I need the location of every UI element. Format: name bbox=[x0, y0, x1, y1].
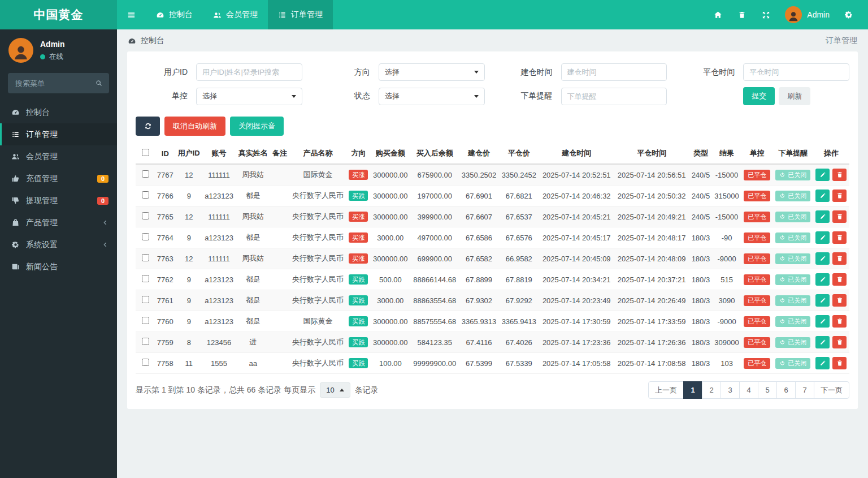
user-id-input[interactable] bbox=[196, 63, 302, 81]
home-button[interactable] bbox=[706, 0, 730, 29]
cell-open-price: 67.9302 bbox=[459, 290, 499, 311]
cell-id: 7765 bbox=[155, 206, 176, 227]
sidebar-search-input[interactable] bbox=[14, 79, 90, 88]
refresh-button[interactable]: 刷新 bbox=[779, 87, 810, 105]
edit-button[interactable] bbox=[815, 252, 830, 265]
delete-button[interactable] bbox=[832, 273, 847, 286]
notice-toggle-badge[interactable]: 已关闭 bbox=[775, 232, 810, 243]
table-row: 77649a123123都是央行数字人民币买涨3000.00497000.006… bbox=[136, 227, 849, 248]
sidebar-item-控制台[interactable]: 控制台 bbox=[0, 101, 117, 123]
sidebar-item-新闻公告[interactable]: 新闻公告 bbox=[0, 256, 117, 278]
sidebar-item-系统设置[interactable]: 系统设置 bbox=[0, 234, 117, 256]
notice-toggle-badge[interactable]: 已关闭 bbox=[775, 191, 810, 201]
topnav-item-label: 订单管理 bbox=[291, 10, 323, 20]
page-size-select[interactable]: 10 bbox=[320, 382, 350, 398]
notice-label: 已关闭 bbox=[788, 171, 806, 179]
user-menu[interactable]: Admin bbox=[778, 0, 836, 29]
page-button-5[interactable]: 5 bbox=[758, 381, 777, 399]
sidebar-item-订单管理[interactable]: 订单管理 bbox=[0, 123, 117, 145]
clear-cache-button[interactable] bbox=[730, 0, 754, 29]
control-select[interactable]: 选择 bbox=[196, 88, 302, 105]
notice-toggle-badge[interactable]: 已关闭 bbox=[775, 337, 810, 348]
trash-icon bbox=[836, 192, 843, 199]
main-panel: 用户ID 方向 选择 建仓时间 平仓时间 bbox=[127, 51, 858, 409]
row-checkbox[interactable] bbox=[142, 338, 149, 345]
edit-button[interactable] bbox=[815, 169, 830, 181]
delete-button[interactable] bbox=[832, 294, 847, 307]
close-time-input[interactable] bbox=[743, 63, 849, 81]
delete-button[interactable] bbox=[832, 231, 847, 244]
row-checkbox[interactable] bbox=[142, 275, 149, 282]
select-all-checkbox[interactable] bbox=[142, 149, 149, 156]
page-button-1[interactable]: 1 bbox=[683, 381, 702, 399]
status-select[interactable]: 选择 bbox=[379, 88, 485, 105]
notice-toggle-badge[interactable]: 已关闭 bbox=[775, 253, 810, 264]
order-notice-input[interactable] bbox=[561, 88, 667, 105]
cell-type: 180/3 bbox=[689, 227, 712, 248]
cell-result: 515 bbox=[712, 269, 741, 290]
delete-button[interactable] bbox=[832, 315, 847, 328]
edit-button[interactable] bbox=[815, 294, 830, 307]
cell-open-time: 2025-07-14 17:30:59 bbox=[539, 311, 614, 332]
sidebar-item-产品管理[interactable]: 产品管理 bbox=[0, 212, 117, 234]
menu-toggle-button[interactable] bbox=[117, 0, 146, 29]
breadcrumb-left[interactable]: 控制台 bbox=[128, 36, 164, 46]
search-icon[interactable] bbox=[95, 79, 103, 87]
page-button-3[interactable]: 3 bbox=[721, 381, 740, 399]
row-checkbox[interactable] bbox=[142, 233, 149, 240]
cell-control: 已平仓 bbox=[741, 186, 773, 206]
edit-button[interactable] bbox=[815, 231, 830, 244]
cell-amount: 300000.00 bbox=[370, 248, 410, 269]
delete-button[interactable] bbox=[832, 210, 847, 223]
sidebar-item-提现管理[interactable]: 提现管理0 bbox=[0, 190, 117, 212]
row-checkbox[interactable] bbox=[142, 212, 149, 219]
power-icon bbox=[779, 235, 785, 241]
settings-button[interactable] bbox=[836, 0, 861, 29]
notice-toggle-badge[interactable]: 已关闭 bbox=[775, 316, 810, 327]
notice-toggle-badge[interactable]: 已关闭 bbox=[775, 274, 810, 285]
delete-button[interactable] bbox=[832, 357, 847, 369]
row-checkbox[interactable] bbox=[142, 254, 149, 261]
notice-toggle-badge[interactable]: 已关闭 bbox=[775, 212, 810, 222]
page-button-7[interactable]: 7 bbox=[795, 381, 814, 399]
prev-page-button[interactable]: 上一页 bbox=[648, 381, 684, 399]
row-checkbox[interactable] bbox=[142, 296, 149, 303]
close-sound-button[interactable]: 关闭提示音 bbox=[230, 117, 284, 136]
delete-button[interactable] bbox=[832, 169, 847, 181]
row-checkbox[interactable] bbox=[142, 170, 149, 178]
delete-button[interactable] bbox=[832, 336, 847, 348]
cell-control: 已平仓 bbox=[741, 311, 773, 332]
page-button-4[interactable]: 4 bbox=[739, 381, 758, 399]
notice-toggle-badge[interactable]: 已关闭 bbox=[775, 358, 810, 369]
direction-select[interactable]: 选择 bbox=[379, 63, 485, 81]
table-refresh-button[interactable] bbox=[136, 117, 160, 136]
sidebar-item-会员管理[interactable]: 会员管理 bbox=[0, 145, 117, 167]
sidebar-item-充值管理[interactable]: 充值管理0 bbox=[0, 167, 117, 190]
cell-type: 180/3 bbox=[689, 311, 712, 332]
edit-button[interactable] bbox=[815, 336, 830, 348]
edit-button[interactable] bbox=[815, 210, 830, 223]
next-page-button[interactable]: 下一页 bbox=[814, 381, 849, 399]
open-time-input[interactable] bbox=[561, 63, 667, 81]
topnav-item-会员管理[interactable]: 会员管理 bbox=[203, 0, 268, 29]
edit-button[interactable] bbox=[815, 357, 830, 369]
page-button-6[interactable]: 6 bbox=[776, 381, 796, 399]
edit-button[interactable] bbox=[815, 190, 830, 202]
delete-button[interactable] bbox=[832, 252, 847, 265]
row-checkbox[interactable] bbox=[142, 359, 149, 366]
edit-button[interactable] bbox=[815, 273, 830, 286]
page-button-2[interactable]: 2 bbox=[702, 381, 721, 399]
fullscreen-button[interactable] bbox=[754, 0, 778, 29]
topnav-item-控制台[interactable]: 控制台 bbox=[146, 0, 203, 29]
notice-toggle-badge[interactable]: 已关闭 bbox=[775, 295, 810, 306]
row-checkbox[interactable] bbox=[142, 317, 149, 324]
cell-close-time: 2025-07-14 17:08:58 bbox=[614, 353, 689, 374]
cell-account: a123123 bbox=[202, 227, 236, 248]
topnav-item-订单管理[interactable]: 订单管理 bbox=[268, 0, 333, 29]
cancel-auto-refresh-button[interactable]: 取消自动刷新 bbox=[164, 117, 225, 136]
row-checkbox[interactable] bbox=[142, 191, 149, 199]
edit-button[interactable] bbox=[815, 315, 830, 328]
notice-toggle-badge[interactable]: 已关闭 bbox=[775, 170, 810, 180]
submit-button[interactable]: 提交 bbox=[743, 87, 775, 105]
delete-button[interactable] bbox=[832, 190, 847, 202]
